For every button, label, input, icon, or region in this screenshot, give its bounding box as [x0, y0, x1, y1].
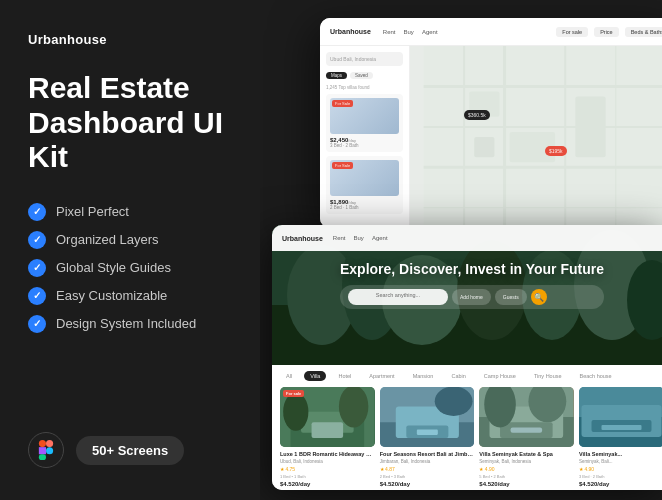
mockup-top: Urbanhouse Rent Buy Agent For sale Price…	[320, 18, 662, 228]
cat-camp[interactable]: Camp House	[478, 371, 522, 381]
headline: Real Estate Dashboard UI Kit	[28, 71, 232, 175]
top-mockup-nav: Urbanhouse Rent Buy Agent For sale Price…	[320, 18, 662, 46]
cat-villa[interactable]: Villa	[304, 371, 326, 381]
listing-thumb-3	[479, 387, 574, 447]
bottom-nav-links: Rent Buy Agent	[333, 235, 388, 241]
left-panel: Urbanhouse Real Estate Dashboard UI Kit …	[0, 0, 260, 500]
figma-icon	[38, 440, 54, 460]
svg-rect-41	[312, 422, 344, 438]
nav-link-rent: Rent	[383, 29, 396, 35]
bottom-content: All Villa Hotel Apartment Mansion Cabin …	[272, 365, 662, 490]
map-pin-2: $195k	[545, 146, 567, 156]
listing-name-2: Four Seasons Resort Bali at Jimbaran Bay	[380, 451, 475, 457]
screens-badge: 50+ Screens	[76, 436, 184, 465]
feature-item: Easy Customizable	[28, 287, 232, 305]
map-pin-1: $360.5k	[464, 110, 490, 120]
nav-logo: Urbanhouse	[330, 28, 371, 35]
svg-rect-59	[602, 425, 642, 430]
feature-item: Pixel Perfect	[28, 203, 232, 221]
svg-point-40	[339, 387, 368, 428]
listing-badge: For Sale	[332, 162, 353, 169]
svg-rect-1	[46, 440, 53, 447]
listing-specs-3: 5 Bed • 2 Bath	[479, 474, 574, 479]
svg-rect-47	[416, 430, 437, 435]
app-container: Urbanhouse Real Estate Dashboard UI Kit …	[0, 0, 662, 500]
listing-specs-2: 2 Bed • 3 Bath	[380, 474, 475, 479]
check-icon	[28, 259, 46, 277]
listing-location-4: Seminyak, Bali...	[579, 459, 662, 464]
listing-name-1: Luxe 1 BDR Romantic Hideaway Villa Ubud	[280, 451, 375, 457]
brand-name: Urbanhouse	[28, 32, 232, 47]
figma-badge	[28, 432, 64, 468]
category-tabs: All Villa Hotel Apartment Mansion Cabin …	[280, 371, 662, 381]
bottom-row: 50+ Screens	[28, 432, 232, 468]
cat-mansion[interactable]: Mansion	[407, 371, 440, 381]
svg-rect-0	[39, 440, 46, 447]
map-streets-svg	[410, 46, 662, 228]
check-icon	[28, 315, 46, 333]
listing-card: For Sale $2,450/day 3 Bed · 2 Bath	[326, 94, 403, 152]
maps-filter[interactable]: Maps	[326, 72, 347, 79]
cat-cabin[interactable]: Cabin	[445, 371, 471, 381]
bottom-nav-rent: Rent	[333, 235, 346, 241]
map-sidebar: Ubud Bali, Indonesia Maps Saved 1,245 To…	[320, 46, 410, 228]
svg-rect-16	[474, 137, 494, 157]
listing-name-3: Villa Seminyak Estate & Spa	[479, 451, 574, 457]
svg-point-3	[46, 447, 53, 454]
listing-price-4: $4.520/day	[579, 481, 662, 487]
listing-stars-4: ★ 4.90	[579, 466, 662, 472]
result-text: 1,245 Top villas found	[326, 85, 403, 90]
sidebar-search: Ubud Bali, Indonesia	[326, 52, 403, 66]
listing-location-3: Seminyak, Bali, Indonesia	[479, 459, 574, 464]
cat-all[interactable]: All	[280, 371, 298, 381]
listing-item-3: Villa Seminyak Estate & Spa Seminyak, Ba…	[479, 387, 574, 487]
filter-row: Maps Saved	[326, 72, 403, 79]
listing-location-1: Ubud, Bali, Indonesia	[280, 459, 375, 464]
feature-item: Global Style Guides	[28, 259, 232, 277]
listing-specs-1: 1 Bed • 1 Bath	[280, 474, 375, 479]
add-home-btn[interactable]: Add home	[452, 289, 491, 305]
feature-item: Design System Included	[28, 315, 232, 333]
saved-filter[interactable]: Saved	[350, 72, 373, 79]
nav-links: Rent Buy Agent	[383, 29, 438, 35]
listing-thumb-4	[579, 387, 662, 447]
nav-right: For sale Price Beds & Baths	[556, 27, 662, 37]
listing-info: 2 Bed · 1 Bath	[330, 205, 399, 210]
cat-tiny[interactable]: Tiny House	[528, 371, 568, 381]
listing-location-2: Jimbaran, Bali, Indonesia	[380, 459, 475, 464]
hero-text: Explore, Discover, Invest in Your Future…	[340, 261, 604, 309]
hero-title: Explore, Discover, Invest in Your Future	[340, 261, 604, 277]
svg-rect-54	[511, 428, 543, 433]
cat-hotel[interactable]: Hotel	[332, 371, 357, 381]
mockup-bottom: Urbanhouse Rent Buy Agent	[272, 225, 662, 490]
map-area: $360.5k $195k	[410, 46, 662, 228]
bottom-nav-agent: Agent	[372, 235, 388, 241]
svg-rect-17	[575, 97, 605, 158]
svg-rect-4	[39, 454, 46, 460]
listing-thumb-2	[380, 387, 475, 447]
listing-stars-1: ★ 4.75	[280, 466, 375, 472]
listing-badge: For Sale	[332, 100, 353, 107]
for-sale-select: For sale	[556, 27, 588, 37]
cat-beach[interactable]: Beach house	[574, 371, 618, 381]
check-icon	[28, 231, 46, 249]
search-button[interactable]: 🔍	[531, 289, 547, 305]
svg-point-39	[283, 393, 308, 431]
listing-stars-3: ★ 4.90	[479, 466, 574, 472]
feature-item: Organized Layers	[28, 231, 232, 249]
listing-specs-4: 3 Bed · 2 Bath	[579, 474, 662, 479]
listing-stars-2: ★ 4.87	[380, 466, 475, 472]
bottom-nav-logo: Urbanhouse	[282, 235, 323, 242]
hero-search-input[interactable]: Search anything...	[348, 289, 448, 305]
svg-rect-2	[39, 447, 46, 454]
hero-search: Search anything... Add home Guests 🔍	[340, 285, 604, 309]
listing-card-image: For Sale	[330, 160, 399, 196]
listing-item-1: For sale Luxe 1 BDR Romantic Hideaway Vi…	[280, 387, 375, 487]
sale-badge: For sale	[283, 390, 304, 397]
cat-apartment[interactable]: Apartment	[363, 371, 400, 381]
top-mockup-body: Ubud Bali, Indonesia Maps Saved 1,245 To…	[320, 46, 662, 228]
listing-item-4: Villa Seminyak... Seminyak, Bali... ★ 4.…	[579, 387, 662, 487]
guests-btn[interactable]: Guests	[495, 289, 527, 305]
price-select: Price	[594, 27, 619, 37]
check-icon	[28, 203, 46, 221]
